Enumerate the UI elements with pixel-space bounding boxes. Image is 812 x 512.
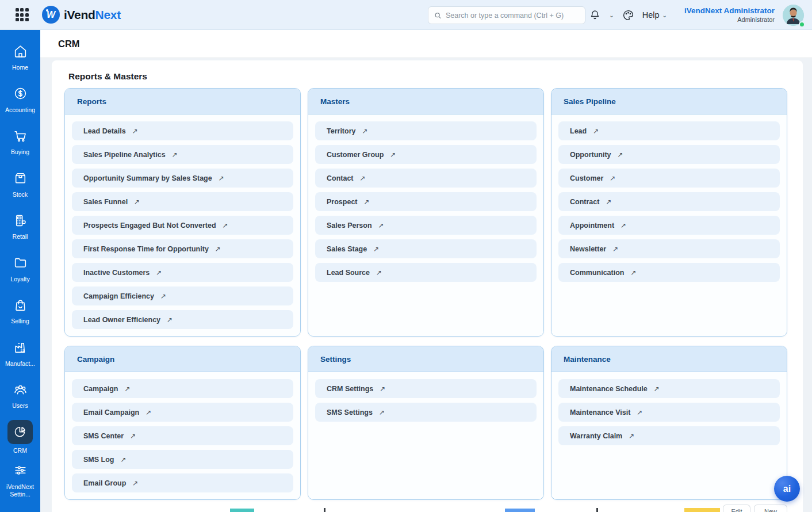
- shortcut-link[interactable]: SMS Log ↗: [72, 450, 293, 469]
- notifications-chevron-icon[interactable]: ⌄: [609, 12, 614, 18]
- factory-icon: [7, 338, 33, 357]
- external-link-icon: ↗: [630, 269, 636, 277]
- shortcut-link[interactable]: Email Group ↗: [72, 473, 293, 492]
- shortcut-link[interactable]: Lead Source ↗: [315, 263, 537, 282]
- global-search[interactable]: [428, 6, 585, 24]
- card-header: Masters: [308, 89, 543, 114]
- shortcut-link[interactable]: Territory ↗: [315, 121, 537, 140]
- sidebar-item-users[interactable]: Users: [0, 374, 40, 417]
- shortcut-link[interactable]: Campaign ↗: [72, 379, 293, 398]
- shortcut-label: Lead Source: [327, 269, 370, 277]
- shortcut-label: Contract: [570, 198, 599, 206]
- theme-palette-icon[interactable]: [622, 9, 634, 21]
- shortcut-link[interactable]: Customer Group ↗: [315, 145, 537, 164]
- apps-grid-icon[interactable]: [14, 7, 29, 22]
- shortcut-link[interactable]: Maintenance Visit ↗: [558, 403, 780, 422]
- sidebar-item-loyalty[interactable]: Loyalty: [0, 247, 40, 290]
- shortcut-link[interactable]: Prospect ↗: [315, 192, 537, 211]
- cart-icon: [7, 126, 33, 146]
- new-button[interactable]: New: [754, 505, 787, 512]
- shortcut-link[interactable]: Communication ↗: [558, 263, 780, 282]
- cutoff-content-fragment: [596, 508, 598, 512]
- shortcut-label: Prospect: [327, 198, 358, 206]
- external-link-icon: ↗: [172, 151, 178, 159]
- page-title: CRM: [58, 39, 80, 49]
- search-input[interactable]: [446, 12, 579, 20]
- shortcut-label: First Response Time for Opportunity: [83, 245, 209, 253]
- external-link-icon: ↗: [132, 479, 138, 487]
- shortcut-link[interactable]: SMS Settings ↗: [315, 403, 537, 422]
- shortcut-link[interactable]: Warranty Claim ↗: [558, 426, 780, 445]
- sidebar-item-crm[interactable]: CRM: [0, 417, 40, 459]
- shortcut-link[interactable]: SMS Center ↗: [72, 426, 293, 445]
- external-link-icon: ↗: [593, 127, 599, 135]
- users-icon: [7, 380, 33, 399]
- card-title: Campaign: [77, 355, 114, 364]
- shortcut-link[interactable]: Inactive Customers ↗: [72, 263, 293, 282]
- shortcut-link[interactable]: Appointment ↗: [558, 216, 780, 235]
- shortcut-label: SMS Log: [83, 456, 114, 464]
- card-header: Campaign: [65, 346, 300, 372]
- sidebar-item-manufacturing[interactable]: Manufact...: [0, 332, 40, 375]
- shortcut-link[interactable]: CRM Settings ↗: [315, 379, 537, 398]
- topbar: W iVendNext ⌄ Help ⌄ iVendNext Administr…: [0, 0, 812, 30]
- sidebar-item-accounting[interactable]: Accounting: [0, 78, 40, 121]
- shortcut-link[interactable]: Lead ↗: [558, 121, 780, 140]
- notifications-bell-icon[interactable]: [589, 9, 601, 21]
- sliders-icon: [7, 461, 33, 480]
- edit-button[interactable]: Edit: [723, 505, 750, 512]
- user-menu[interactable]: iVendNext Administrator Administrator: [684, 6, 775, 24]
- card-title: Sales Pipeline: [564, 97, 616, 106]
- module-sidebar: Home Accounting Buying Stock Retail Loya…: [0, 30, 40, 512]
- shortcut-link[interactable]: First Response Time for Opportunity ↗: [72, 239, 293, 258]
- sidebar-item-retail[interactable]: Retail: [0, 205, 40, 247]
- pos-terminal-icon: [7, 211, 33, 230]
- card-title: Masters: [320, 97, 350, 106]
- shortcut-label: Warranty Claim: [570, 432, 622, 440]
- shortcut-link[interactable]: Lead Owner Efficiency ↗: [72, 310, 293, 329]
- shortcut-link[interactable]: Prospects Engaged But Not Converted ↗: [72, 216, 293, 235]
- shortcut-link[interactable]: Sales Stage ↗: [315, 239, 537, 258]
- help-menu[interactable]: Help ⌄: [642, 10, 667, 20]
- shortcut-label: CRM Settings: [327, 385, 373, 393]
- sidebar-item-ivendnext-settings[interactable]: iVendNext Settin...: [0, 458, 40, 501]
- shortcut-link[interactable]: Lead Details ↗: [72, 121, 293, 140]
- external-link-icon: ↗: [124, 385, 130, 393]
- shortcut-link[interactable]: Maintenance Schedule ↗: [558, 379, 780, 398]
- shortcut-link[interactable]: Sales Funnel ↗: [72, 192, 293, 211]
- home-icon: [7, 41, 33, 61]
- app-logo[interactable]: W iVendNext: [42, 6, 121, 24]
- sidebar-item-home[interactable]: Home: [0, 36, 40, 78]
- ai-assistant-button[interactable]: ai: [774, 476, 800, 502]
- user-avatar[interactable]: [783, 5, 804, 26]
- shortcut-link[interactable]: Contact ↗: [315, 169, 537, 188]
- help-label: Help: [642, 10, 660, 20]
- external-link-icon: ↗: [637, 408, 642, 417]
- shortcut-link[interactable]: Newsletter ↗: [558, 239, 780, 258]
- external-link-icon: ↗: [160, 292, 166, 300]
- external-link-icon: ↗: [379, 408, 385, 417]
- shortcut-link[interactable]: Campaign Efficiency ↗: [72, 286, 293, 305]
- shortcut-label: Inactive Customers: [83, 269, 150, 277]
- external-link-icon: ↗: [360, 174, 366, 182]
- shortcut-link[interactable]: Sales Pipeline Analytics ↗: [72, 145, 293, 164]
- card-body: CRM Settings ↗ SMS Settings ↗: [308, 372, 543, 499]
- box-icon: [7, 169, 33, 188]
- sidebar-item-selling[interactable]: Selling: [0, 289, 40, 332]
- shortcut-label: Customer: [570, 174, 603, 182]
- sidebar-item-buying[interactable]: Buying: [0, 120, 40, 163]
- shortcut-link[interactable]: Contract ↗: [558, 192, 780, 211]
- sidebar-item-stock[interactable]: Stock: [0, 163, 40, 205]
- shortcut-link[interactable]: Email Campaign ↗: [72, 403, 293, 422]
- online-status-dot: [799, 21, 805, 28]
- shortcut-link[interactable]: Opportunity ↗: [558, 145, 780, 164]
- external-link-icon: ↗: [362, 127, 367, 135]
- shortcut-label: Prospects Engaged But Not Converted: [83, 221, 216, 230]
- content-panel: Reports & Masters Reports Lead Details ↗…: [52, 60, 803, 512]
- shortcut-link[interactable]: Customer ↗: [558, 169, 780, 188]
- user-name: iVendNext Administrator: [684, 6, 775, 16]
- shortcut-label: Campaign Efficiency: [83, 292, 154, 300]
- card-title: Reports: [77, 97, 106, 106]
- shortcut-link[interactable]: Sales Person ↗: [315, 216, 537, 235]
- shortcut-link[interactable]: Opportunity Summary by Sales Stage ↗: [72, 169, 293, 188]
